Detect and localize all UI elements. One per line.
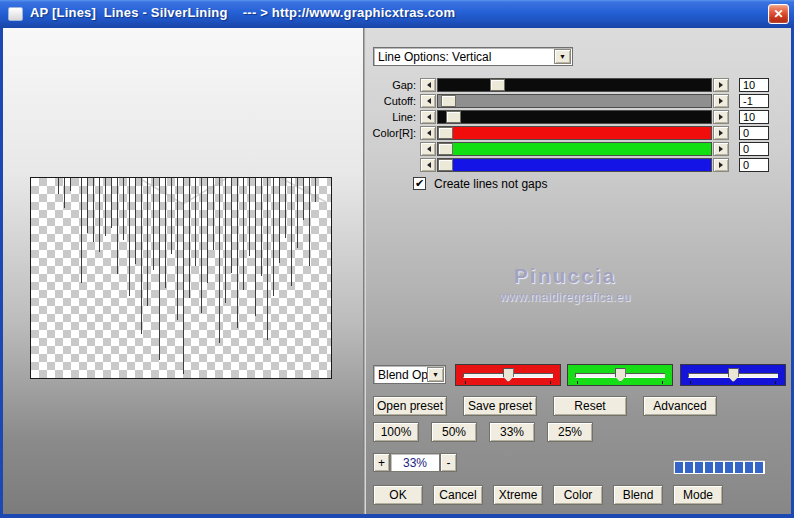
cutoff-left-arrow-button[interactable] — [420, 94, 436, 108]
chevron-down-icon: ▼ — [432, 371, 439, 378]
zoom-100-button[interactable]: 100% — [373, 422, 419, 442]
checkmark-icon: ✔ — [415, 178, 424, 189]
green-channel-slider[interactable] — [567, 364, 673, 386]
arrow-right-icon — [719, 146, 726, 152]
progress-segment — [745, 462, 753, 473]
cutoff-value-input[interactable] — [739, 94, 769, 108]
cutoff-right-arrow-button[interactable] — [713, 94, 729, 108]
color-b-slider-track[interactable] — [437, 158, 712, 172]
color-r-left-arrow-button[interactable] — [420, 126, 436, 140]
ok-button[interactable]: OK — [373, 485, 423, 505]
advanced-button[interactable]: Advanced — [643, 396, 717, 416]
slider-row-color-blue — [366, 158, 791, 173]
color-button[interactable]: Color — [553, 485, 603, 505]
app-icon — [8, 7, 23, 21]
zoom-25-button[interactable]: 25% — [547, 422, 593, 442]
blend-options-dropdown-button[interactable]: ▼ — [427, 367, 444, 382]
line-slider-thumb[interactable] — [446, 111, 461, 123]
progress-segment — [675, 462, 683, 473]
arrow-left-icon — [424, 130, 431, 136]
zoom-33-button[interactable]: 33% — [489, 422, 535, 442]
arrow-left-icon — [424, 98, 431, 104]
color-r-slider-thumb[interactable] — [438, 127, 453, 139]
color-b-right-arrow-button[interactable] — [713, 158, 729, 172]
close-button[interactable]: ✕ — [768, 4, 789, 24]
progress-segment — [715, 462, 723, 473]
color-g-left-arrow-button[interactable] — [420, 142, 436, 156]
color-b-value-input[interactable] — [739, 158, 769, 172]
red-channel-slider[interactable] — [455, 364, 561, 386]
line-slider-track[interactable] — [437, 110, 712, 124]
tick-mark — [550, 381, 551, 384]
color-g-value-input[interactable] — [739, 142, 769, 156]
save-preset-button[interactable]: Save preset — [463, 396, 537, 416]
line-options-dropdown[interactable]: Line Options: Vertical ▼ — [373, 47, 573, 66]
line-options-dropdown-button[interactable]: ▼ — [554, 49, 571, 64]
progress-segment — [695, 462, 703, 473]
progress-segment — [725, 462, 733, 473]
color-g-slider-thumb[interactable] — [438, 143, 453, 155]
zoom-in-button[interactable]: + — [373, 453, 390, 472]
progress-segment — [705, 462, 713, 473]
blend-button[interactable]: Blend — [613, 485, 663, 505]
plugin-window: AP [Lines] Lines - SilverLining --- > ht… — [0, 0, 794, 518]
green-slider-thumb[interactable] — [615, 368, 626, 382]
cutoff-slider-track[interactable] — [437, 94, 712, 108]
slider-row-gap: Gap: — [366, 78, 791, 93]
blend-options-dropdown[interactable]: Blend Opti ▼ — [373, 365, 446, 384]
create-lines-checkbox-label: Create lines not gaps — [434, 177, 547, 191]
gap-right-arrow-button[interactable] — [713, 78, 729, 92]
arrow-right-icon — [719, 98, 726, 104]
cutoff-slider-thumb[interactable] — [441, 95, 456, 107]
progress-segment — [755, 462, 763, 473]
create-lines-checkbox-row: ✔ Create lines not gaps — [366, 177, 791, 192]
arrow-right-icon — [719, 130, 726, 136]
preview-canvas[interactable] — [30, 177, 332, 379]
color-g-slider-track[interactable] — [437, 142, 712, 156]
gap-slider-thumb[interactable] — [490, 79, 505, 91]
zoom-out-button[interactable]: - — [440, 453, 457, 472]
slider-row-color-red: Color[R]: — [366, 126, 791, 141]
blue-slider-thumb[interactable] — [728, 368, 739, 382]
blend-options-value: Blend Opti — [374, 368, 427, 382]
create-lines-checkbox[interactable]: ✔ — [413, 177, 426, 190]
tick-mark — [690, 381, 691, 384]
tick-mark — [577, 381, 578, 384]
preview-lines-image — [31, 178, 331, 378]
slider-row-line: Line: — [366, 110, 791, 125]
open-preset-button[interactable]: Open preset — [373, 396, 447, 416]
arrow-right-icon — [719, 82, 726, 88]
close-icon: ✕ — [773, 8, 783, 20]
arrow-left-icon — [424, 82, 431, 88]
zoom-level-input[interactable] — [390, 453, 440, 472]
red-slider-thumb[interactable] — [503, 368, 514, 382]
gap-label: Gap: — [366, 79, 416, 91]
progress-segment — [735, 462, 743, 473]
title-bar[interactable]: AP [Lines] Lines - SilverLining --- > ht… — [0, 0, 794, 28]
color-r-slider-track[interactable] — [437, 126, 712, 140]
xtreme-button[interactable]: Xtreme — [493, 485, 543, 505]
line-value-input[interactable] — [739, 110, 769, 124]
reset-button[interactable]: Reset — [553, 396, 627, 416]
arrow-left-icon — [424, 114, 431, 120]
color-r-right-arrow-button[interactable] — [713, 126, 729, 140]
dialog-body: Line Options: Vertical ▼ Gap: Cutoff: — [3, 28, 791, 514]
gap-slider-track[interactable] — [437, 78, 712, 92]
controls-panel: Line Options: Vertical ▼ Gap: Cutoff: — [366, 28, 791, 514]
arrow-right-icon — [719, 162, 726, 168]
progress-bar — [672, 459, 766, 475]
color-b-slider-thumb[interactable] — [438, 159, 453, 171]
line-right-arrow-button[interactable] — [713, 110, 729, 124]
blue-channel-slider[interactable] — [680, 364, 786, 386]
gap-value-input[interactable] — [739, 78, 769, 92]
color-b-left-arrow-button[interactable] — [420, 158, 436, 172]
line-left-arrow-button[interactable] — [420, 110, 436, 124]
watermark-url: www.maidiregrafica.eu — [445, 290, 685, 304]
mode-button[interactable]: Mode — [673, 485, 723, 505]
color-g-right-arrow-button[interactable] — [713, 142, 729, 156]
tick-mark — [775, 381, 776, 384]
zoom-50-button[interactable]: 50% — [431, 422, 477, 442]
gap-left-arrow-button[interactable] — [420, 78, 436, 92]
cancel-button[interactable]: Cancel — [433, 485, 483, 505]
color-r-value-input[interactable] — [739, 126, 769, 140]
